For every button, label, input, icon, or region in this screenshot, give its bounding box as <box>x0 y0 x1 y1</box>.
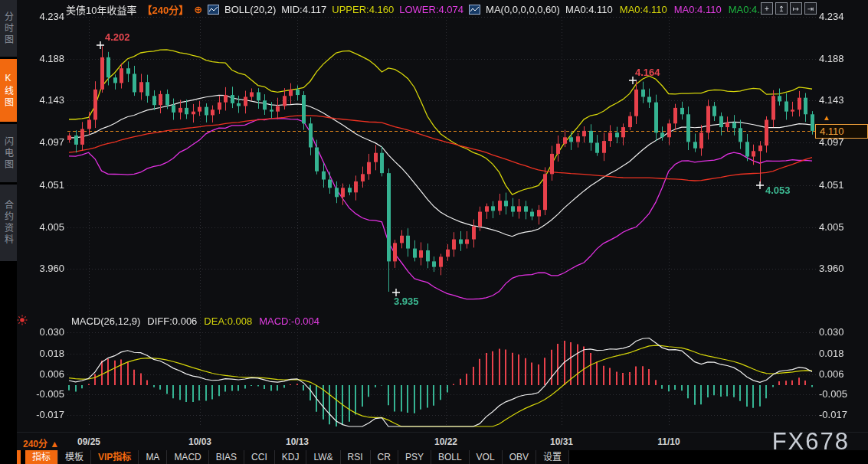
macd-tick-left-0.006: 0.006 <box>21 368 64 380</box>
ma-values: MA0:4.110MA0:4.110MA0:4.110MA0:4.1 <box>565 4 765 15</box>
date-label-10-03: 10/03 <box>183 436 217 447</box>
macd-params-label: MACD(26,12,9) <box>71 315 140 327</box>
price-tick-left-4.234: 4.234 <box>21 11 64 22</box>
ma-value-1: MA0:4.110 <box>565 4 613 15</box>
toolbar-item-VIP指标[interactable]: VIP指标 <box>91 450 139 464</box>
macd-dea-value: DEA:0.008 <box>204 315 252 327</box>
sidebar-tab-2[interactable]: K线图 <box>0 59 17 122</box>
price-annotation-4.202: 4.202 <box>105 31 130 43</box>
toolbar-item-VOL[interactable]: VOL <box>470 450 503 464</box>
toolbar-item-模板[interactable]: 模板 <box>58 450 91 464</box>
sidebar-tab-3[interactable]: 闪电图 <box>0 124 17 182</box>
price-tick-left-4.143: 4.143 <box>21 94 64 106</box>
macd-tick-right-0.006: 0.006 <box>819 368 865 380</box>
boll-label: BOLL(20,2) <box>224 4 276 15</box>
price-tick-right-4.188: 4.188 <box>819 53 865 64</box>
toolbar-item-RSI[interactable]: RSI <box>341 450 371 464</box>
period-tag[interactable]: 【240分】 <box>142 2 188 17</box>
period-selector[interactable]: 240分 ▲ <box>23 436 59 449</box>
toolbar-item-指标[interactable]: 指标 <box>25 450 58 464</box>
boll-mid-value: MID:4.117 <box>281 4 326 15</box>
pan-icon[interactable]: + <box>761 2 773 15</box>
price-tick-right-3.960: 3.960 <box>819 263 865 274</box>
instrument-title: 美债10年收益率 <box>66 2 136 17</box>
ma-value-2: MA0:4.110 <box>620 4 667 15</box>
price-tick-left-4.005: 4.005 <box>21 221 64 233</box>
macd-tick-right-0.030: 0.030 <box>819 326 865 338</box>
current-price-badge: 4.110 <box>815 124 868 139</box>
date-label-10-22: 10/22 <box>429 436 463 447</box>
indicator-toolbar: 指标模板VIP指标MAMACDBIASCCIKDJLW&RSICRPSYBOLL… <box>17 450 868 464</box>
price-annotation-4.164: 4.164 <box>635 67 660 78</box>
left-sidebar: 分时图K线图闪电图合约资料 <box>0 0 17 464</box>
macd-tick-left-0.030: 0.030 <box>21 326 64 338</box>
macd-tick-right--0.017: -0.017 <box>819 409 865 420</box>
macd-bar-value: MACD:-0.004 <box>259 315 319 327</box>
ma-value-3: MA0:4.110 <box>674 4 722 15</box>
price-tick-right-4.051: 4.051 <box>819 179 865 191</box>
date-label-11-10: 11/10 <box>652 436 686 447</box>
toolbar-item-BIAS[interactable]: BIAS <box>209 450 244 464</box>
macd-tick-left--0.005: -0.005 <box>21 388 64 400</box>
boll-lower-value: LOWER:4.074 <box>399 4 463 15</box>
macd-header: MACD(26,12,9) DIFF:0.006 DEA:0.008 MACD:… <box>71 315 319 327</box>
price-tick-right-4.143: 4.143 <box>819 94 865 106</box>
boll-upper-value: UPPER:4.160 <box>332 4 394 15</box>
price-annotation-3.935: 3.935 <box>394 296 419 307</box>
toolbar-item-PSY[interactable]: PSY <box>398 450 431 464</box>
boll-indicator-icon <box>208 5 219 15</box>
axis-scale-up-icon[interactable]: ↥ <box>775 2 788 15</box>
toolbar-item-CCI[interactable]: CCI <box>244 450 275 464</box>
price-tick-left-3.960: 3.960 <box>21 263 64 274</box>
date-label-10-13: 10/13 <box>280 436 314 447</box>
macd-diff-value: DIFF:0.006 <box>147 315 197 327</box>
price-up-arrow-icon: ▲ <box>823 113 830 122</box>
price-tick-right-4.005: 4.005 <box>819 221 865 233</box>
sidebar-tab-4[interactable]: 合约资料 <box>0 185 17 261</box>
ma-indicator-icon <box>469 5 480 15</box>
macd-tick-right-0.018: 0.018 <box>819 348 865 359</box>
macd-tick-left-0.018: 0.018 <box>21 348 64 359</box>
price-tick-left-4.097: 4.097 <box>21 136 64 148</box>
date-label-10-31: 10/31 <box>545 436 578 447</box>
chart-app-window: 分时图K线图闪电图合约资料 美债10年收益率 【240分】 ⊕ BOLL(20,… <box>0 0 868 464</box>
toolbar-item-OBV[interactable]: OBV <box>503 450 536 464</box>
toolbar-item-MACD[interactable]: MACD <box>167 450 208 464</box>
toolbar-item-MA[interactable]: MA <box>139 450 167 464</box>
price-tick-left-4.188: 4.188 <box>21 53 64 64</box>
link-icon[interactable]: ⊕ <box>194 4 202 15</box>
date-label-09-25: 09/25 <box>72 436 106 447</box>
axis-scale-right-icon[interactable]: ↦ <box>790 2 802 15</box>
chart-header: 美债10年收益率 【240分】 ⊕ BOLL(20,2) MID:4.117 U… <box>66 2 765 16</box>
ma-params-label: MA(0,0,0,0,0,60) <box>486 4 560 15</box>
macd-tick-left--0.017: -0.017 <box>21 409 64 420</box>
toolbar-item-设置[interactable]: 设置 <box>536 450 569 464</box>
macd-tick-right--0.005: -0.005 <box>819 388 865 400</box>
toolbar-item-KDJ[interactable]: KDJ <box>275 450 307 464</box>
ma-value-4: MA0:4.1 <box>729 4 765 15</box>
toolbar-item-BOLL[interactable]: BOLL <box>431 450 470 464</box>
price-tick-right-4.234: 4.234 <box>819 11 865 22</box>
kline-macd-chart-canvas[interactable] <box>0 0 868 464</box>
toolbar-accent-bar <box>17 450 21 464</box>
price-annotation-4.053: 4.053 <box>765 185 791 196</box>
toolbar-item-LW&[interactable]: LW& <box>306 450 340 464</box>
window-control-icons: +↥↦⇥ <box>761 2 817 15</box>
sidebar-tab-1[interactable]: 分时图 <box>0 0 17 57</box>
toolbar-item-CR[interactable]: CR <box>371 450 398 464</box>
collapse-panel-icon[interactable]: ⇥ <box>804 2 817 15</box>
time-axis: 240分 ▲ 09/2510/0310/1310/2210/3111/10 <box>17 432 868 451</box>
price-tick-left-4.051: 4.051 <box>21 179 64 191</box>
brand-watermark: FX678 <box>772 428 850 456</box>
